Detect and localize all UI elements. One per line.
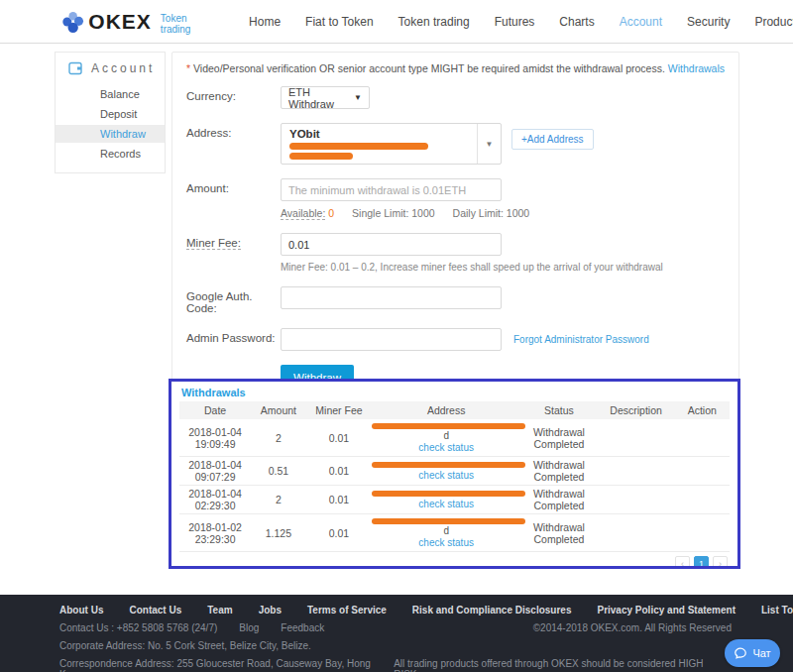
available-info: Available: 0 [281, 207, 334, 219]
single-limit: Single Limit: 1000 [352, 207, 434, 219]
verification-notice: * Video/Personal verification OR senior … [186, 62, 665, 74]
chat-button-label: Чат [752, 647, 770, 659]
cell-amount: 2 [251, 486, 306, 514]
footer-correspondence-row: Correspondence Address: 255 Gloucester R… [59, 658, 793, 672]
okex-logo-icon [61, 5, 84, 39]
cell-status: WithdrawalCompleted [520, 457, 598, 486]
redacted-address [372, 518, 525, 524]
footer-contact-row: Contact Us : +852 5808 5768 (24/7) Blog … [59, 622, 793, 633]
nav-products-label: Products [754, 15, 793, 29]
address-alias: YObit [289, 128, 471, 140]
footer-risk-disclosures[interactable]: Risk and Compliance Disclosures [412, 605, 572, 616]
admin-password-input[interactable] [281, 328, 502, 351]
cell-description [598, 486, 675, 514]
address-label: Address: [186, 123, 281, 139]
footer-privacy[interactable]: Privacy Policy and Statement [597, 605, 736, 616]
nav-products[interactable]: Products▼ [754, 15, 793, 29]
col-date: Date [179, 401, 251, 419]
cell-address: check status [372, 486, 520, 514]
cell-miner-fee: 0.01 [306, 486, 373, 514]
col-miner-fee: Miner Fee [306, 401, 373, 419]
nav-security[interactable]: Security [687, 15, 730, 29]
miner-fee-label-text: Miner Fee: [186, 237, 241, 250]
next-page-button[interactable]: › [713, 556, 728, 569]
table-header-row: Date Amount Miner Fee Address Status Des… [179, 401, 730, 419]
redacted-address [372, 423, 525, 429]
col-status: Status [520, 401, 598, 419]
check-status-link[interactable]: check status [418, 537, 474, 548]
currency-row: Currency: ETH Withdraw ▼ [186, 86, 725, 109]
col-amount: Amount [251, 401, 306, 419]
check-status-link[interactable]: check status [418, 470, 474, 481]
address-select[interactable]: YObit ▼ [281, 123, 502, 165]
cell-miner-fee: 0.01 [306, 419, 373, 457]
footer-feedback-link[interactable]: Feedback [281, 622, 324, 633]
cell-action [674, 457, 730, 486]
cell-description [598, 514, 675, 552]
chevron-down-icon: ▼ [354, 93, 362, 102]
nav-futures[interactable]: Futures [495, 15, 535, 29]
nav-charts[interactable]: Charts [559, 15, 594, 29]
table-row: 2018-01-0402:29:30 2 0.01 check status W… [179, 486, 730, 514]
google-auth-input[interactable] [281, 286, 502, 309]
footer-jobs[interactable]: Jobs [259, 605, 282, 616]
sidebar-item-deposit[interactable]: Deposit [56, 105, 165, 123]
withdrawals-title: Withdrawals [179, 385, 730, 401]
footer-list-token[interactable]: List Token [761, 605, 793, 616]
chevron-down-icon: ▼ [477, 124, 501, 164]
amount-row: Amount: Available: 0 Single Limit: 1000 … [186, 178, 725, 219]
footer: About Us Contact Us Team Jobs Terms of S… [0, 595, 793, 672]
check-status-link[interactable]: check status [418, 499, 474, 509]
amount-input[interactable] [281, 178, 502, 201]
footer-blog-link[interactable]: Blog [239, 622, 259, 633]
cell-date: 2018-01-0223:29:30 [179, 514, 251, 552]
withdrawals-link[interactable]: Withdrawals [668, 62, 725, 74]
nav-fiat-to-token[interactable]: Fiat to Token [305, 15, 373, 29]
cell-action [674, 514, 730, 552]
check-status-link[interactable]: check status [418, 442, 474, 453]
cell-miner-fee: 0.01 [306, 514, 373, 552]
nav-home[interactable]: Home [249, 15, 281, 29]
cell-amount: 0.51 [251, 457, 306, 486]
cell-action [674, 486, 730, 514]
sidebar-item-records[interactable]: Records [56, 145, 165, 163]
table-row: 2018-01-0409:07:29 0.51 0.01 check statu… [179, 457, 730, 486]
nav-account[interactable]: Account [620, 15, 662, 29]
admin-password-label: Admin Password: [186, 328, 281, 344]
miner-fee-input[interactable] [281, 233, 502, 256]
currency-label: Currency: [186, 86, 281, 102]
footer-about-us[interactable]: About Us [59, 605, 103, 616]
currency-select[interactable]: ETH Withdraw ▼ [281, 86, 370, 109]
footer-contact-us[interactable]: Contact Us [129, 605, 181, 616]
cell-miner-fee: 0.01 [306, 457, 373, 486]
notice-text: Video/Personal verification OR senior ac… [190, 62, 665, 74]
col-action: Action [674, 401, 730, 419]
footer-terms[interactable]: Terms of Service [307, 605, 387, 616]
footer-phone: Contact Us : +852 5808 5768 (24/7) [59, 622, 217, 633]
footer-team[interactable]: Team [207, 605, 232, 616]
page-1-button[interactable]: 1 [694, 556, 709, 569]
prev-page-button[interactable]: ‹ [675, 556, 690, 569]
sidebar-item-withdraw[interactable]: Withdraw [56, 125, 165, 143]
google-auth-row: Google Auth. Code: [186, 286, 725, 314]
okex-logo[interactable]: OKEX Token trading [61, 5, 201, 39]
footer-copyright: ©2014-2018 OKEX.com. All Rights Reserved [533, 622, 732, 633]
cell-description [598, 457, 675, 486]
daily-limit: Daily Limit: 1000 [453, 207, 530, 219]
footer-risk-note: All trading products offered through OKE… [394, 658, 724, 672]
sidebar-item-balance[interactable]: Balance [56, 85, 165, 103]
account-sidebar: Account Balance Deposit Withdraw Records [55, 52, 166, 173]
cell-amount: 2 [251, 419, 306, 457]
miner-fee-hint: Miner Fee: 0.01 – 0.2, Increase miner fe… [281, 262, 663, 273]
cell-description [598, 419, 675, 457]
cell-address: dcheck status [372, 419, 520, 457]
sidebar-title: Account [91, 61, 155, 75]
nav-token-trading[interactable]: Token trading [398, 15, 470, 29]
redacted-address [372, 462, 525, 468]
add-address-button[interactable]: +Add Address [511, 129, 594, 150]
top-navigation-bar: OKEX Token trading Home Fiat to Token To… [0, 0, 793, 44]
forgot-password-link[interactable]: Forgot Administrator Password [513, 334, 649, 345]
footer-corporate-address: Corporate Address: No. 5 Cork Street, Be… [59, 640, 793, 651]
chat-button[interactable]: Чат [725, 639, 780, 667]
cell-action [674, 419, 730, 457]
